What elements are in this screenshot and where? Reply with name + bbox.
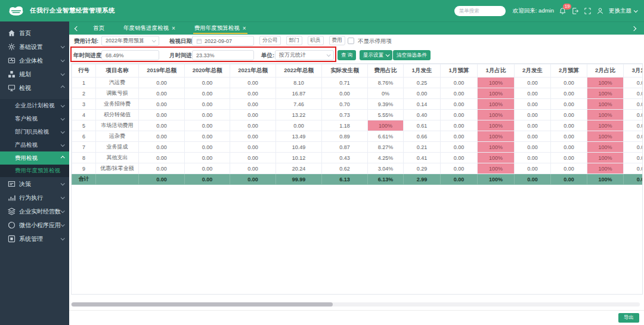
unit-select[interactable]: 按万元统计 [275, 50, 334, 60]
clear-filter-button[interactable]: 清空筛选条件 [393, 50, 431, 60]
table-cell: 0.00 [230, 78, 276, 88]
table-cell: 13.22 [276, 110, 322, 120]
date-input[interactable]: 2022-09-07 [192, 36, 254, 46]
scope-button-部门[interactable]: 部门 [286, 36, 302, 45]
month-progress-field[interactable]: 23.33% [192, 50, 254, 60]
table-cell: 8.76% [368, 78, 404, 88]
table-row[interactable]: 1汽运费0.000.000.008.100.718.76%0.250.00100… [72, 78, 643, 88]
total-cell: 100% [587, 174, 624, 185]
tab-首页[interactable]: 首页 [92, 22, 106, 35]
table-cell: 100% [478, 163, 515, 174]
table-cell: 0.14 [404, 99, 441, 110]
sidebar-item-微信小程序应用[interactable]: 微信小程序应用 [0, 218, 69, 232]
plan-select[interactable]: 2022年费用预算 [101, 36, 159, 46]
sidebar-item-企业实时经营数据[interactable]: 企业实时经营数据 [0, 205, 69, 218]
table-cell: 10.49 [276, 142, 322, 153]
table-cell: 0.00 [139, 153, 185, 163]
tab-close-icon[interactable]: × [172, 26, 175, 32]
table-cell: 13.49 [276, 131, 322, 142]
display-settings-button[interactable]: 显示设置 [360, 50, 392, 60]
tab-list: 首页年度销售进度检视×费用年度预算检视× [92, 22, 632, 35]
table-cell: 0.00 [441, 99, 478, 110]
sidebar-item-检视[interactable]: 检视 [0, 81, 69, 95]
table-region: 行号项目名称2019年总额2020年总额2021年总额2022年总额实际发生额费… [71, 63, 643, 295]
tab-费用年度预算检视[interactable]: 费用年度预算检视× [193, 22, 247, 35]
table-row[interactable]: 7业务提成0.000.000.0010.490.878.27%0.210.001… [72, 142, 643, 153]
logout-icon[interactable] [571, 7, 579, 15]
chevron-down-icon [61, 58, 65, 62]
table-cell: 0% [368, 88, 404, 99]
year-progress-field[interactable]: 68.49% [101, 50, 159, 60]
cloud-logo-icon [7, 5, 25, 17]
sidebar-item-规划[interactable]: 规划 [0, 67, 69, 81]
scope-button-分公司[interactable]: 分公司 [259, 36, 281, 45]
table-cell: 0.00 [551, 153, 587, 163]
table-cell: 100% [587, 110, 624, 120]
sidebar-item-系统管理[interactable]: 系统管理 [0, 232, 69, 246]
table-cell: 汽运费 [96, 78, 139, 88]
search-input[interactable] [454, 6, 506, 16]
column-header: 实际发生额 [322, 64, 368, 78]
sidebar-item-首页[interactable]: 首页 [0, 26, 69, 40]
fullscreen-icon[interactable] [584, 7, 592, 15]
user-icon[interactable] [596, 7, 604, 15]
query-button[interactable]: 查 询 [338, 50, 356, 60]
table-cell: 0.41 [404, 153, 441, 163]
table-cell: 0.00 [185, 153, 230, 163]
hide-disabled-checkbox[interactable] [348, 38, 354, 44]
theme-switch[interactable]: 更换主题 [609, 7, 637, 15]
sidebar-item-费用年度预算检视[interactable]: 费用年度预算检视 [0, 165, 69, 177]
sidebar-item-决策[interactable]: 决策 [0, 177, 69, 191]
table-cell: 0.00 [441, 153, 478, 163]
total-cell: 0.00 [441, 174, 478, 185]
table-cell: 0.00 [515, 153, 551, 163]
system-icon [8, 235, 16, 243]
tabs-scroll-right-icon[interactable] [632, 27, 638, 30]
table-row[interactable]: 2调账亏损0.000.000.0016.870.000%0.000.00100%… [72, 88, 643, 99]
table-cell: 1.18 [322, 120, 368, 131]
sidebar-item-产品检视[interactable]: 产品检视 [0, 138, 69, 151]
table-cell: 0.00 [185, 78, 230, 88]
month-progress-value: 23.33% [196, 52, 215, 58]
sidebar-item-企业总计划检视[interactable]: 企业总计划检视 [0, 99, 69, 112]
table-row[interactable]: 3业务招待费0.000.000.007.460.709.39%0.140.001… [72, 99, 643, 110]
tab-label: 费用年度预算检视 [194, 24, 240, 32]
chevron-down-icon [61, 181, 65, 185]
table-row[interactable]: 5市场活动费用0.000.000.000.001.18100%0.610.001… [72, 120, 643, 131]
table-cell: 4 [72, 110, 96, 120]
table-row[interactable]: 4积分转储值0.000.000.0013.220.735.55%0.400.00… [72, 110, 643, 120]
table-cell: 0.00 [441, 131, 478, 142]
sidebar-item-部门职员检视[interactable]: 部门职员检视 [0, 125, 69, 138]
tab-年度销售进度检视[interactable]: 年度销售进度检视× [122, 22, 177, 35]
total-cell: 0.00 [185, 174, 230, 185]
sidebar-item-行为执行[interactable]: 行为执行 [0, 191, 69, 205]
table-cell: 0.87 [322, 142, 368, 153]
table-row[interactable]: 8其他支出0.000.000.0010.120.434.25%0.410.001… [72, 153, 643, 163]
table-cell: 20.24 [276, 163, 322, 174]
export-button[interactable]: 导出 [618, 313, 639, 323]
tabs-scroll-left-icon[interactable] [75, 27, 81, 30]
horizontal-scrollbar-track[interactable] [71, 302, 640, 307]
table-cell: 0.00 [139, 142, 185, 153]
scope-button-费用[interactable]: 费用 [329, 36, 345, 45]
total-cell: 6.13% [368, 174, 404, 185]
table-cell: 0.00 [624, 110, 643, 120]
sidebar-item-基础设置[interactable]: 基础设置 [0, 40, 69, 54]
tab-close-icon[interactable]: × [243, 26, 246, 32]
table-cell: 0.00 [515, 110, 551, 120]
sidebar-item-客户检视[interactable]: 客户检视 [0, 112, 69, 125]
bell-icon[interactable]: 19 [559, 7, 566, 15]
scope-button-职员[interactable]: 职员 [308, 36, 324, 45]
table-row[interactable]: 6运杂费0.000.000.0013.490.896.61%0.660.0010… [72, 131, 643, 142]
sidebar-item-企业体检[interactable]: 企业体检 [0, 54, 69, 67]
table-cell: 0.29 [404, 163, 441, 174]
sidebar-item-费用检视[interactable]: 费用检视 [0, 151, 69, 165]
table-cell: 0.00 [139, 131, 185, 142]
chevron-down-icon [61, 103, 65, 107]
table-cell: 8.27% [368, 142, 404, 153]
chevron-down-icon [61, 143, 65, 147]
column-header: 2019年总额 [139, 64, 185, 78]
table-cell: 100% [478, 88, 515, 99]
horizontal-scrollbar-thumb[interactable] [72, 302, 333, 307]
table-row[interactable]: 9优惠/抹零金额0.000.000.0020.240.623.04%0.290.… [72, 163, 643, 174]
